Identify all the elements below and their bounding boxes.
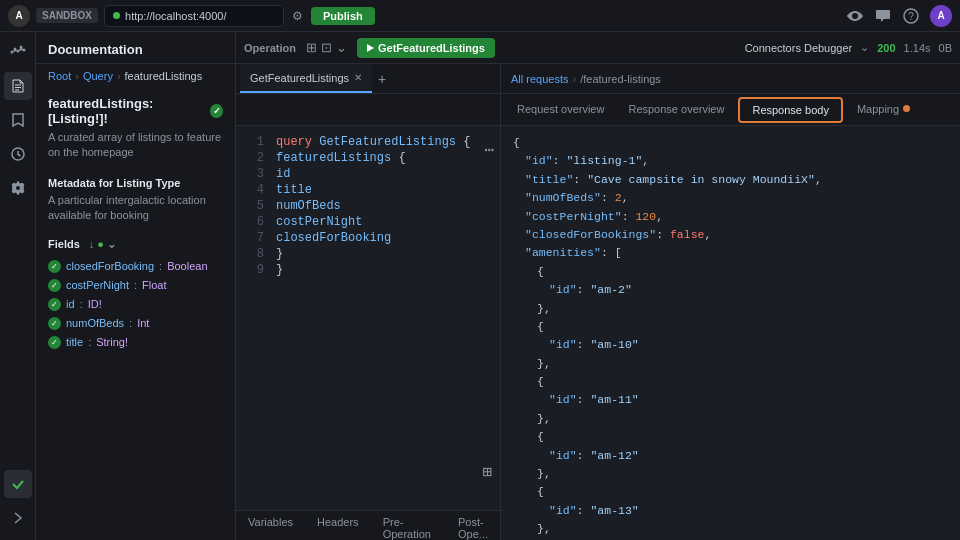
fields-header: Fields ↓ ● ⌄ bbox=[36, 232, 235, 257]
field-item: ✓ closedForBooking : Boolean bbox=[36, 257, 235, 276]
url-text: http://localhost:4000/ bbox=[125, 10, 227, 22]
breadcrumb-root[interactable]: Root bbox=[48, 70, 71, 82]
breadcrumb-all-requests[interactable]: All requests bbox=[511, 73, 568, 85]
svg-point-2 bbox=[10, 51, 13, 54]
field-check-icon: ✓ bbox=[48, 298, 61, 311]
svg-point-6 bbox=[22, 49, 25, 52]
response-body-content: { "id": "listing-1", "title": "Cave camp… bbox=[501, 126, 960, 540]
svg-point-5 bbox=[19, 46, 22, 49]
breadcrumb-query[interactable]: Query bbox=[83, 70, 113, 82]
top-bar: A SANDBOX http://localhost:4000/ ⚙ Publi… bbox=[0, 0, 960, 32]
verified-badge: ✓ bbox=[210, 104, 223, 118]
field-name: title bbox=[66, 336, 83, 348]
sidebar-item-bookmarks[interactable] bbox=[4, 106, 32, 134]
run-button[interactable]: GetFeaturedListings bbox=[357, 38, 495, 58]
svg-point-4 bbox=[16, 50, 19, 53]
docs-panel: Documentation Root › Query › featuredLis… bbox=[36, 32, 236, 540]
tab-variables[interactable]: Variables bbox=[236, 511, 305, 540]
tab-request-overview[interactable]: Request overview bbox=[505, 94, 616, 125]
code-line: 9 } bbox=[236, 262, 500, 278]
code-line: 4 title bbox=[236, 182, 500, 198]
sidebar-bottom bbox=[4, 470, 32, 540]
docs-type-title: featuredListings: [Listing!]! ✓ bbox=[48, 96, 223, 126]
field-name: id bbox=[66, 298, 75, 310]
field-check-icon: ✓ bbox=[48, 260, 61, 273]
main-layout: Documentation Root › Query › featuredLis… bbox=[0, 32, 960, 540]
field-check-icon: ✓ bbox=[48, 317, 61, 330]
right-breadcrumb: All requests › /featured-listings bbox=[501, 64, 671, 93]
response-timing: 1.14s bbox=[904, 42, 931, 54]
field-item: ✓ title : String! bbox=[36, 333, 235, 352]
check-all-icon[interactable]: ● bbox=[97, 238, 104, 250]
field-type: Float bbox=[142, 279, 166, 291]
field-type: String! bbox=[96, 336, 128, 348]
sort-icon[interactable]: ↓ bbox=[89, 238, 95, 250]
metadata-section: Metadata for Listing Type A particular i… bbox=[36, 169, 235, 232]
format-icon[interactable]: ⊡ bbox=[321, 40, 332, 55]
code-line: 1 query GetFeaturedListings { bbox=[236, 134, 500, 150]
top-bar-right: ? A bbox=[846, 5, 952, 27]
response-size: 0B bbox=[939, 42, 952, 54]
field-check-icon: ✓ bbox=[48, 336, 61, 349]
add-tab-button[interactable]: + bbox=[372, 67, 392, 91]
field-type: Int bbox=[137, 317, 149, 329]
status-code: 200 bbox=[877, 42, 895, 54]
icon-sidebar bbox=[0, 32, 36, 540]
sidebar-item-graph[interactable] bbox=[4, 38, 32, 66]
breadcrumb-current: featuredListings bbox=[125, 70, 203, 82]
tab-headers[interactable]: Headers bbox=[305, 511, 371, 540]
field-type: ID! bbox=[88, 298, 102, 310]
connector-dropdown-icon[interactable]: ⌄ bbox=[860, 41, 869, 54]
more-options-icon[interactable]: ⋯ bbox=[484, 140, 494, 160]
eye-icon[interactable] bbox=[846, 7, 864, 25]
copy-code-icon[interactable]: ⊞ bbox=[482, 462, 492, 482]
field-type: Boolean bbox=[167, 260, 207, 272]
close-tab-icon[interactable]: ✕ bbox=[354, 72, 362, 83]
sidebar-item-history[interactable] bbox=[4, 140, 32, 168]
op-toolbar-icons: ⊞ ⊡ ⌄ bbox=[306, 40, 347, 55]
chat-icon[interactable] bbox=[874, 7, 892, 25]
code-editor[interactable]: 1 query GetFeaturedListings { 2 featured… bbox=[236, 126, 500, 510]
docs-header: Documentation bbox=[36, 32, 235, 64]
app-logo: A bbox=[8, 5, 30, 27]
sidebar-item-docs[interactable] bbox=[4, 72, 32, 100]
code-line: 6 costPerNight bbox=[236, 214, 500, 230]
field-item: ✓ costPerNight : Float bbox=[36, 276, 235, 295]
connector-label: Connectors Debugger bbox=[745, 42, 853, 54]
tab-mapping[interactable]: Mapping bbox=[845, 94, 922, 125]
code-line: 8 } bbox=[236, 246, 500, 262]
field-name: costPerNight bbox=[66, 279, 129, 291]
copy-icon[interactable]: ⊞ bbox=[306, 40, 317, 55]
fields-list: ✓ closedForBooking : Boolean ✓ costPerNi… bbox=[36, 257, 235, 352]
tab-response-body[interactable]: Response body bbox=[738, 97, 842, 123]
breadcrumb-path: /featured-listings bbox=[580, 73, 661, 85]
breadcrumb: Root › Query › featuredListings bbox=[36, 64, 235, 88]
tab-post-op[interactable]: Post-Ope... bbox=[446, 511, 500, 540]
field-name: numOfBeds bbox=[66, 317, 124, 329]
sidebar-expand-icon[interactable] bbox=[4, 504, 32, 532]
sidebar-item-checkmark[interactable] bbox=[4, 470, 32, 498]
more-icon[interactable]: ⌄ bbox=[336, 40, 347, 55]
field-item: ✓ numOfBeds : Int bbox=[36, 314, 235, 333]
publish-button[interactable]: Publish bbox=[311, 7, 375, 25]
file-tab-active[interactable]: GetFeaturedListings ✕ bbox=[240, 64, 372, 93]
code-line: 7 closedForBooking bbox=[236, 230, 500, 246]
metadata-desc: A particular intergalactic location avai… bbox=[48, 193, 223, 224]
svg-text:?: ? bbox=[908, 11, 914, 22]
field-check-icon: ✓ bbox=[48, 279, 61, 292]
tab-response-overview[interactable]: Response overview bbox=[616, 94, 736, 125]
url-settings-icon[interactable]: ⚙ bbox=[290, 7, 305, 25]
field-item: ✓ id : ID! bbox=[36, 295, 235, 314]
sidebar-item-settings[interactable] bbox=[4, 174, 32, 202]
tab-pre-op-script[interactable]: Pre-Operation Script bbox=[371, 511, 446, 540]
url-bar[interactable]: http://localhost:4000/ bbox=[104, 5, 284, 27]
svg-point-3 bbox=[13, 48, 16, 51]
help-icon[interactable]: ? bbox=[902, 7, 920, 25]
op-bottom-tabs: Variables Headers Pre-Operation Script P… bbox=[236, 510, 500, 540]
breadcrumb-sep-1: › bbox=[75, 70, 79, 82]
operation-label: Operation bbox=[244, 42, 296, 54]
filter-icon[interactable]: ⌄ bbox=[107, 238, 116, 251]
avatar[interactable]: A bbox=[930, 5, 952, 27]
run-triangle-icon bbox=[367, 44, 374, 52]
breadcrumb-sep-2: › bbox=[117, 70, 121, 82]
